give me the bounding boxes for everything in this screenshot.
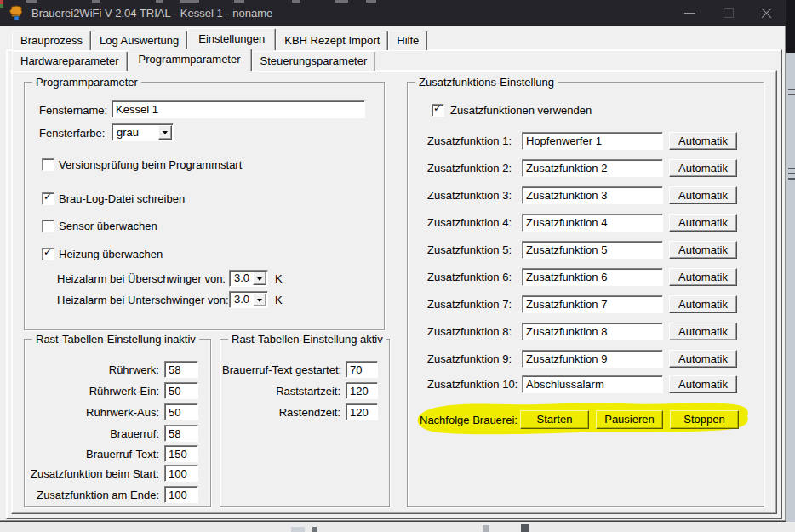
screen-noise (92, 0, 100, 3)
tab-hardwareparameter[interactable]: Hardwareparameter (12, 51, 128, 71)
maximize-button[interactable] (709, 0, 747, 26)
rastendzeit-input[interactable] (346, 403, 378, 420)
row-label: Zusatzfunktion 7: (427, 295, 512, 313)
stoppen-button[interactable]: Stoppen (670, 410, 739, 429)
chevron-down-icon (257, 277, 262, 283)
braulog-label: Brau-Log-Datei schreiben (59, 192, 185, 205)
zusatz-start-input[interactable] (164, 465, 198, 482)
zusatzfunktion-6-input[interactable] (522, 268, 663, 286)
automatik-button-9[interactable]: Automatik (669, 350, 737, 368)
row-label: Zusatzfunktion 2: (427, 159, 512, 177)
zusatz-ende-input[interactable] (164, 486, 198, 503)
dropdown-button[interactable] (253, 293, 266, 306)
close-icon (761, 8, 772, 19)
ruehrwerk-aus-input[interactable] (164, 403, 198, 420)
tab-log-auswertung[interactable]: Log Auswertung (91, 31, 187, 50)
screen-noise (180, 0, 199, 3)
ruehrwerk-label: Rührwerk: (28, 363, 159, 376)
zusatz-start-label: Zusatzfunktion beim Start: (28, 467, 159, 480)
dropdown-button[interactable] (158, 125, 172, 140)
beer-mug-icon (8, 5, 25, 21)
group-rast-aktiv: Rast-Tabellen-Einstellung aktiv Brauerru… (220, 339, 390, 507)
tab-hilfe[interactable]: Hilfe (388, 31, 427, 50)
starten-button[interactable]: Starten (520, 410, 589, 429)
ueberschwinger-unit: K (275, 272, 283, 285)
app-window: Brauerei2WiFi V 2.04 TRIAL - Kessel 1 - … (0, 0, 786, 522)
zusatzfunktion-7-input[interactable] (522, 295, 663, 313)
tab-kbh-rezept-import[interactable]: KBH Rezept Import (276, 31, 388, 50)
zusatzfunktion-1-input[interactable] (522, 132, 663, 150)
dropdown-button[interactable] (253, 272, 266, 285)
zusatz-verwenden-checkbox[interactable]: ✓ (432, 104, 444, 117)
row-label: Zusatzfunktion 4: (427, 214, 512, 232)
brauerruf-text-label: Brauerruf-Text: (28, 448, 159, 460)
braulog-checkbox[interactable]: ✓ (42, 192, 54, 205)
ueberschwinger-label: Heizalarm bei Überschwinger von: (57, 272, 226, 285)
screen-noise (335, 0, 348, 3)
zusatzfunktion-10-input[interactable] (522, 375, 663, 393)
brauerruf-label: Brauerruf: (28, 427, 159, 440)
zusatzfunktion-row: Zusatzfunktion 9: Automatik (408, 350, 764, 368)
screen: { "window": { "title": "Brauerei2WiFi V … (0, 0, 795, 532)
automatik-button-3[interactable]: Automatik (669, 186, 737, 204)
tab-brauprozess[interactable]: Brauprozess (12, 31, 91, 50)
versionspruefung-label: Versionsprüfung beim Programmstart (59, 158, 242, 171)
tab-einstellungen[interactable]: Einstellungen (187, 28, 276, 50)
heizung-checkbox[interactable]: ✓ (42, 248, 54, 260)
automatik-button-4[interactable]: Automatik (669, 214, 737, 232)
group-programmparameter: Programmparameter Fenstername: Fensterfa… (24, 82, 385, 330)
ueberschwinger-dropdown[interactable]: 3.0 (229, 270, 268, 287)
fenstername-label: Fenstername: (39, 104, 107, 117)
pausieren-button[interactable]: Pausieren (596, 410, 663, 429)
automatik-button-8[interactable]: Automatik (669, 323, 737, 340)
close-button[interactable] (747, 0, 786, 26)
group-title: Programmparameter (32, 76, 141, 89)
tab-programmparameter[interactable]: Programmparameter (128, 49, 252, 71)
automatik-button-10[interactable]: Automatik (669, 375, 737, 393)
row-label: Zusatzfunktion 6: (427, 268, 512, 286)
screen-noise (26, 0, 37, 3)
fensterfarbe-label: Fensterfarbe: (39, 127, 105, 140)
screen-noise (156, 0, 163, 3)
ruehrwerk-input[interactable] (164, 361, 198, 378)
minimize-button[interactable] (671, 0, 709, 26)
unterschwinger-label: Heizalarm bei Unterschwinger von: (57, 294, 229, 306)
zusatzfunktion-8-input[interactable] (522, 323, 663, 340)
taskbar-sliver (0, 522, 795, 532)
screen-noise (366, 0, 376, 3)
nachfolge-label: Nachfolge Brauerei: (420, 414, 518, 426)
fensterfarbe-dropdown[interactable]: grau (112, 123, 174, 141)
ruehrwerk-ein-input[interactable] (164, 382, 198, 399)
zusatzfunktion-row: Zusatzfunktion 10: Automatik (408, 375, 764, 393)
titlebar: Brauerei2WiFi V 2.04 TRIAL - Kessel 1 - … (0, 0, 786, 26)
sensor-label: Sensor überwachen (59, 220, 157, 232)
row-label: Zusatzfunktion 8: (427, 323, 512, 340)
zusatzfunktion-row: Zusatzfunktion 4: Automatik (408, 214, 764, 232)
zusatzfunktion-row: Zusatzfunktion 6: Automatik (408, 268, 764, 286)
fensterfarbe-value: grau (117, 126, 139, 139)
brauerruf-text-input[interactable] (164, 445, 198, 462)
sensor-checkbox[interactable] (42, 220, 54, 232)
automatik-button-2[interactable]: Automatik (669, 159, 737, 177)
unterschwinger-dropdown[interactable]: 3.0 (229, 291, 268, 308)
zusatz-ende-label: Zusatzfunktion am Ende: (28, 489, 159, 501)
automatik-button-1[interactable]: Automatik (669, 132, 737, 150)
brauerruf-input[interactable] (164, 425, 198, 442)
zusatzfunktion-4-input[interactable] (522, 214, 663, 232)
raststartzeit-input[interactable] (346, 382, 378, 399)
group-rast-inaktiv: Rast-Tabellen-Einstellung inaktiv Rührwe… (24, 339, 211, 507)
automatik-button-6[interactable]: Automatik (669, 268, 737, 286)
automatik-button-5[interactable]: Automatik (669, 241, 737, 259)
fenstername-input[interactable] (112, 100, 365, 118)
zusatzfunktion-2-input[interactable] (522, 159, 663, 177)
tab-steuerungsparameter[interactable]: Steuerungsparameter (252, 51, 376, 71)
zusatzfunktion-5-input[interactable] (522, 241, 663, 259)
automatik-button-7[interactable]: Automatik (669, 295, 737, 313)
row-label: Zusatzfunktion 3: (427, 186, 512, 204)
versionspruefung-checkbox[interactable] (42, 158, 54, 171)
zusatzfunktion-3-input[interactable] (522, 186, 663, 204)
zusatzfunktion-9-input[interactable] (522, 350, 663, 368)
chevron-down-icon (163, 131, 168, 137)
chevron-down-icon (257, 299, 262, 305)
brauerruf-gestartet-input[interactable] (346, 361, 378, 378)
